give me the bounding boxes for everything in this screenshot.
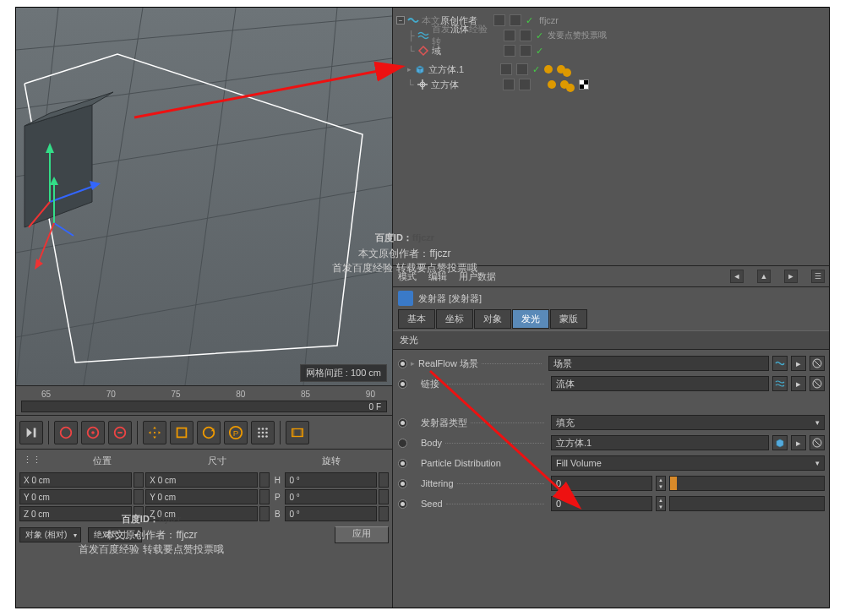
size-y-input[interactable]: Y 0 cm [145,489,258,504]
jittering-slider[interactable] [669,476,825,491]
goto-icon[interactable]: ▸ [791,435,806,450]
svg-point-36 [262,435,264,438]
tree-item-cube[interactable]: └ 立方体 [396,77,826,92]
tree-item-domain[interactable]: └ 域 ✓ [396,43,826,58]
emitter-type-dropdown[interactable]: 填充 [551,415,825,430]
keyframe-button[interactable] [108,421,132,444]
spinner[interactable] [379,506,389,521]
checker-tag-icon[interactable] [579,79,589,90]
radio-icon[interactable] [398,418,407,428]
tab-basic[interactable]: 基本 [398,309,435,329]
section-header: 发光 [393,330,830,350]
nav-menu-button[interactable]: ☰ [811,270,825,283]
scale-tool-button[interactable] [170,421,194,444]
radio-icon[interactable] [398,499,407,509]
record-button[interactable] [54,421,78,444]
radio-icon[interactable] [398,379,407,389]
fluid2-icon[interactable] [772,376,788,391]
spinner[interactable] [259,506,270,521]
tree-item-cube1[interactable]: ▸ 立方体.1 ✓ [396,62,826,77]
size-z-input[interactable]: Z 0 cm [145,506,258,521]
render-toggle[interactable] [520,45,532,57]
tab-emission[interactable]: 发光 [512,309,549,329]
picker-icon[interactable] [810,356,825,371]
radio-icon[interactable] [398,479,407,488]
goto-end-button[interactable] [19,421,43,444]
render-toggle[interactable] [510,14,521,26]
rotate-tool-button[interactable] [197,421,221,444]
render-toggle[interactable] [520,30,532,41]
goto-icon[interactable]: ▸ [791,376,806,391]
radio-icon[interactable] [398,439,407,448]
distribution-dropdown[interactable]: Fill Volume [551,455,825,471]
spinner[interactable] [259,489,270,504]
tab-object[interactable]: 对象 [474,309,511,329]
grid-button[interactable] [251,421,275,444]
pos-x-input[interactable]: X 0 cm [19,472,132,488]
arrow-icon[interactable]: ▸ [411,359,415,368]
prop-jittering: Jittering 0 ▲▼ [398,473,825,493]
expand-icon[interactable]: − [396,16,405,25]
pos-z-input[interactable]: Z 0 cm [19,506,132,521]
viewport-3d[interactable]: 网格间距 : 100 cm [16,8,392,385]
size-mode-dropdown[interactable]: 绝对尺寸 [88,527,142,542]
scene-link-field[interactable]: 场景 [548,356,769,371]
seed-input[interactable]: 0 [551,496,652,511]
picker-icon[interactable] [810,435,825,450]
spinner[interactable] [134,506,144,521]
rot-b-input[interactable]: 0 ° [285,506,377,521]
tag-icon[interactable] [548,80,556,89]
spinner[interactable] [379,489,389,504]
seed-slider[interactable] [669,496,825,511]
menu-mode[interactable]: 模式 [398,270,417,283]
grid-spacing-label: 网格间距 : 100 cm [300,364,387,382]
tag-icon[interactable] [544,65,553,74]
visibility-toggle[interactable] [503,79,515,90]
body-link-field[interactable]: 立方体.1 [551,435,769,450]
picker-icon[interactable] [810,376,825,391]
size-header: 尺寸 [160,455,275,467]
spinner[interactable]: ▲▼ [656,496,666,511]
cube-icon[interactable] [772,435,788,450]
menu-userdata[interactable]: 用户数据 [459,270,496,283]
pos-y-input[interactable]: Y 0 cm [19,489,132,504]
size-x-input[interactable]: X 0 cm [145,472,258,488]
tree-line: └ [408,46,415,56]
spinner[interactable] [134,472,144,488]
object-manager[interactable]: − 本文原创作者 ✓ ffjczr ├ 首发流体经验 转 ✓ 发要点赞投票哦 └ [392,8,830,265]
fluid-icon[interactable] [772,356,788,371]
coord-mode-dropdown[interactable]: 对象 (相对) [19,527,81,542]
position-button[interactable]: P [224,421,248,444]
menu-edit[interactable]: 编辑 [428,270,447,283]
tag-icon[interactable] [566,84,575,92]
link-field[interactable]: 流体 [551,376,769,391]
spinner[interactable] [379,472,389,488]
timeline[interactable]: 657075808590 0 F [16,385,392,415]
apply-button[interactable]: 应用 [335,526,389,543]
radio-icon[interactable] [398,459,407,468]
render-toggle[interactable] [516,63,528,75]
radio-icon[interactable] [398,359,407,368]
tab-mask[interactable]: 蒙版 [550,309,587,329]
render-button[interactable] [286,421,309,444]
spinner[interactable] [259,472,270,488]
nav-up-button[interactable]: ▲ [757,270,771,283]
goto-icon[interactable]: ▸ [791,356,806,371]
visibility-toggle[interactable] [504,30,515,41]
tree-item-fluid-child[interactable]: ├ 首发流体经验 转 ✓ 发要点赞投票哦 [396,28,826,43]
rot-h-input[interactable]: 0 ° [285,472,377,488]
jittering-input[interactable]: 0 [551,476,652,491]
spinner[interactable] [134,489,144,504]
render-toggle[interactable] [519,79,531,90]
visibility-toggle[interactable] [500,63,512,75]
tab-coord[interactable]: 坐标 [436,309,473,329]
autokey-button[interactable] [81,421,105,444]
spinner[interactable]: ▲▼ [656,476,666,491]
timeline-frame-display[interactable]: 0 F [21,401,387,412]
rot-p-input[interactable]: 0 ° [285,489,377,504]
tag-icon[interactable] [563,68,571,77]
visibility-toggle[interactable] [504,45,515,57]
move-tool-button[interactable] [143,421,166,444]
nav-fwd-button[interactable]: ► [784,270,798,283]
nav-back-button[interactable]: ◄ [730,270,744,283]
